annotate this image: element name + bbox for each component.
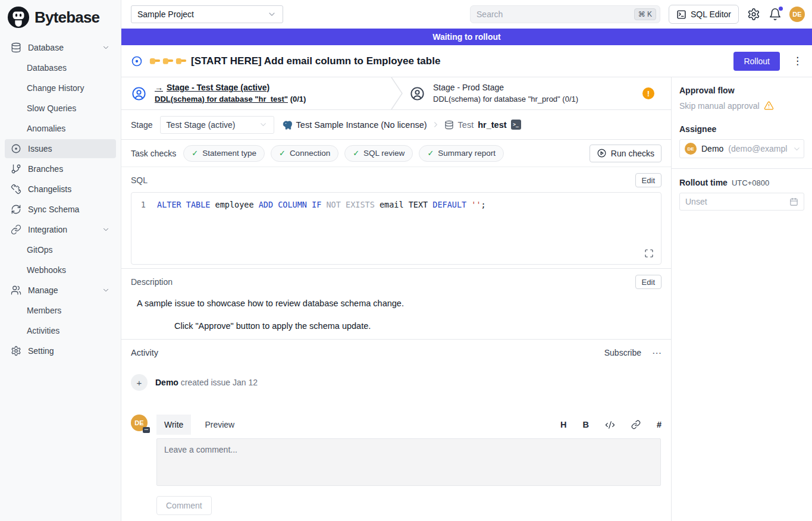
issue-header: [START HERE] Add email column to Employe… (121, 45, 812, 77)
kebab-menu-button[interactable]: ⋮ (792, 55, 802, 67)
check-pill-summary-report[interactable]: ✓Summary report (419, 145, 504, 162)
chevron-down-icon (102, 286, 110, 294)
assignee-select[interactable]: DE Demo (demo@example (679, 139, 804, 158)
sidebar-item-integration[interactable]: Integration (5, 220, 116, 239)
project-select[interactable]: Sample Project (131, 5, 283, 23)
stage-select[interactable]: Test Stage (active) (160, 116, 274, 134)
sidebar-item-database[interactable]: Database (5, 38, 116, 57)
description-edit-button[interactable]: Edit (635, 275, 661, 289)
check-icon: ✓ (192, 149, 198, 158)
sidebar-item-manage[interactable]: Manage (5, 281, 116, 300)
subscribe-button[interactable]: Subscribe (604, 348, 641, 357)
sidebar-item-change-history[interactable]: Change History (5, 79, 116, 98)
brand-logo[interactable]: Bytebase (0, 0, 121, 34)
stage-card-prod[interactable]: Stage - Prod Stage DDL(schema) for datab… (403, 77, 671, 109)
user-circle-icon (409, 86, 425, 102)
sql-editor-button[interactable]: SQL Editor (669, 5, 739, 24)
calendar-icon (789, 197, 798, 206)
user-avatar[interactable]: DE (789, 7, 805, 22)
issue-sidebar: Approval flow Skip manual approval Assig… (671, 77, 812, 521)
comment-submit-button[interactable]: Comment (156, 496, 212, 515)
check-pill-sql-review[interactable]: ✓SQL review (344, 145, 413, 162)
description-text: A sample issue to showcase how to review… (137, 299, 661, 308)
stage-card-test[interactable]: →Stage - Test Stage (active) DDL(schema)… (121, 77, 390, 109)
assignee-title: Assignee (679, 124, 804, 134)
rollout-button[interactable]: Rollout (733, 52, 780, 71)
chevron-down-icon (102, 43, 110, 52)
more-options-icon[interactable]: ⋯ (652, 347, 661, 359)
gear-icon (11, 346, 21, 356)
user-circle-icon (131, 86, 147, 102)
tab-preview[interactable]: Preview (197, 415, 242, 435)
code-format-icon[interactable] (605, 420, 615, 430)
brand-name: Bytebase (35, 8, 99, 27)
sidebar-item-members[interactable]: Members (5, 301, 116, 320)
search-box[interactable]: ⌘ K (470, 5, 660, 23)
instance-breadcrumb: Test Sample Instance (No license) Test h… (281, 120, 521, 130)
rollout-time-input[interactable]: Unset (679, 193, 804, 211)
sidebar-item-anomalies[interactable]: Anomalies (5, 119, 116, 138)
notification-dot (779, 7, 783, 11)
sidebar-item-sync-schema[interactable]: Sync Schema (5, 200, 116, 219)
pointing-right-icon (149, 57, 161, 65)
pointing-right-icon (175, 57, 187, 65)
search-shortcut-badge: ⌘ K (634, 8, 656, 20)
speech-bubble-icon: ••• (143, 427, 150, 433)
check-pill-statement-type[interactable]: ✓Statement type (183, 145, 265, 162)
database-link[interactable]: hr_test (478, 120, 506, 130)
stage-alert-icon[interactable]: ! (642, 87, 654, 99)
assignee-avatar: DE (685, 143, 697, 155)
database-icon (444, 120, 454, 130)
sidebar: Bytebase Database Databases Change Histo… (0, 0, 121, 521)
check-icon: ✓ (427, 149, 434, 158)
heading-format-button[interactable]: H (560, 420, 566, 429)
sidebar-item-setting[interactable]: Setting (5, 341, 116, 360)
database-icon (11, 42, 21, 53)
notifications-bell-button[interactable] (769, 8, 782, 21)
sidebar-item-issues[interactable]: Issues (5, 139, 116, 158)
hash-format-button[interactable]: # (657, 420, 661, 429)
comment-input[interactable] (156, 438, 661, 486)
bold-format-button[interactable]: B (582, 420, 588, 429)
instance-link[interactable]: Test Sample Instance (No license) (296, 120, 427, 130)
stage-select-row: Stage Test Stage (active) Test Sample In… (121, 110, 671, 140)
warning-triangle-icon (764, 101, 774, 111)
sql-section: SQL Edit 1 ALTER TABLE employee ADD COLU… (121, 167, 671, 268)
sidebar-item-gitops[interactable]: GitOps (5, 240, 116, 259)
sql-label: SQL (131, 175, 148, 185)
run-checks-button[interactable]: Run checks (590, 145, 661, 162)
line-number: 1 (140, 200, 146, 209)
task-checks-row: Task checks ✓Statement type ✓Connection … (121, 140, 671, 167)
expand-editor-icon[interactable] (644, 249, 654, 258)
bytebase-logo-icon (7, 6, 30, 29)
activity-actor: Demo (155, 378, 178, 387)
description-text: Click "Approve" button to apply the sche… (174, 321, 661, 331)
issue-main-column: →Stage - Test Stage (active) DDL(schema)… (121, 77, 671, 521)
git-branch-icon (11, 164, 21, 174)
open-sql-editor-icon[interactable]: >_ (511, 120, 521, 130)
terminal-square-icon (676, 10, 686, 20)
pointing-right-icon (162, 57, 174, 65)
link-format-icon[interactable] (631, 420, 641, 429)
status-banner: Waiting to rollout (121, 29, 812, 45)
pencil-ruler-icon (11, 184, 21, 194)
sidebar-item-slow-queries[interactable]: Slow Queries (5, 99, 116, 118)
stage-separator (390, 77, 403, 109)
sql-editor[interactable]: 1 ALTER TABLE employee ADD COLUMN IF NOT… (131, 192, 661, 265)
tab-write[interactable]: Write (156, 415, 191, 435)
settings-gear-button[interactable] (747, 8, 760, 21)
sidebar-item-activities[interactable]: Activities (5, 321, 116, 340)
sidebar-item-webhooks[interactable]: Webhooks (5, 260, 116, 280)
sidebar-item-branches[interactable]: Branches (5, 159, 116, 178)
play-circle-icon (597, 148, 607, 158)
sidebar-item-databases[interactable]: Databases (5, 58, 116, 77)
page-title: [START HERE] Add email column to Employe… (149, 55, 440, 67)
check-pill-connection[interactable]: ✓Connection (271, 145, 338, 162)
check-icon: ✓ (353, 149, 359, 158)
sql-edit-button[interactable]: Edit (635, 173, 661, 187)
postgresql-icon (281, 120, 292, 130)
search-input[interactable] (476, 10, 634, 19)
arrow-right-icon: → (155, 81, 163, 93)
chevron-down-icon (102, 225, 110, 234)
sidebar-item-changelists[interactable]: Changelists (5, 180, 116, 199)
